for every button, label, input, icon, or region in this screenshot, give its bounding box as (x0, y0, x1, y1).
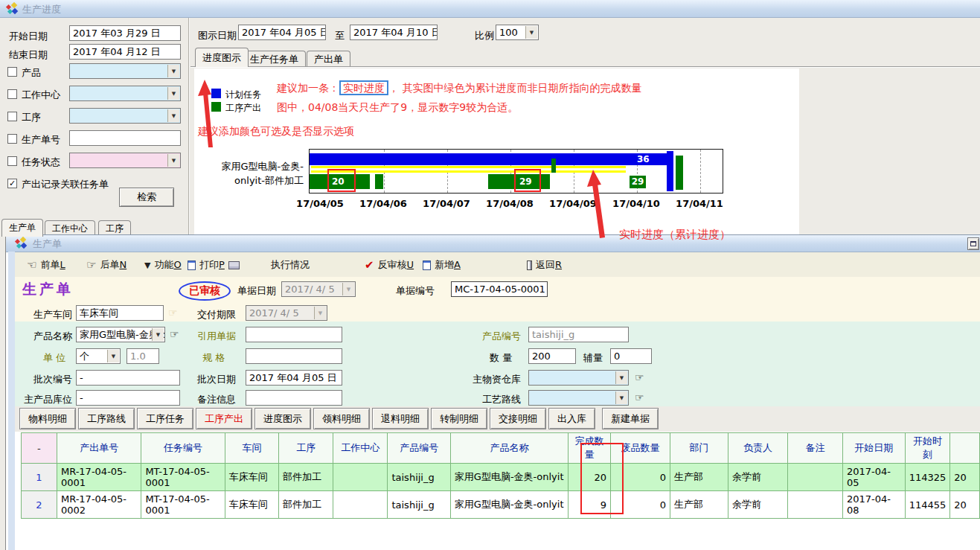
workshop-lookup-hand-icon[interactable]: ☞ (168, 307, 178, 319)
cell-product-code[interactable]: taishiji_g (388, 491, 450, 519)
remark-input[interactable] (246, 390, 342, 406)
cell-process[interactable]: 部件加工 (279, 491, 333, 519)
start-date-input[interactable]: 2017 年03 月29 日 (69, 25, 181, 41)
product-name-dropdown[interactable]: 家用G型电脑-金奥-only▼ (76, 327, 165, 342)
workshop-input[interactable]: 车床车间 (76, 305, 164, 321)
chevron-down-icon[interactable]: ▼ (152, 328, 164, 341)
tab-process-task[interactable]: 工序任务 (137, 408, 193, 429)
chevron-down-icon[interactable]: ▼ (167, 87, 179, 100)
doc-date-dropdown[interactable]: 2017/ 4/ 5▼ (281, 281, 356, 297)
workcenter-dropdown[interactable]: ▼ (69, 86, 181, 101)
cell-dept[interactable]: 生产部 (670, 464, 728, 491)
cell-process[interactable]: 部件加工 (279, 464, 333, 491)
tab-picking-detail[interactable]: 领料明细 (313, 408, 370, 429)
ref-doc-input[interactable] (246, 327, 342, 342)
cell-output-no[interactable]: MR-17-04-05-0002 (57, 491, 141, 519)
chevron-down-icon[interactable]: ▼ (615, 371, 627, 384)
chevron-down-icon[interactable]: ▼ (107, 350, 119, 362)
tab-transfer-detail[interactable]: 转制明细 (431, 408, 487, 429)
left-tab-production-order[interactable]: 生产单 (1, 219, 43, 237)
function-button[interactable]: ▼功能O (144, 258, 182, 272)
order-no-input[interactable] (69, 130, 181, 146)
task-status-checkbox[interactable] (7, 156, 17, 166)
product-code-input[interactable]: taishiji_g (528, 327, 629, 342)
product-dropdown[interactable]: ▼ (69, 63, 181, 79)
end-date-input[interactable]: 2017 年04 月12 日 (69, 44, 181, 60)
batch-no-input[interactable]: - (76, 370, 180, 386)
route-dropdown[interactable]: ▼ (528, 390, 629, 406)
cell-remark[interactable] (787, 464, 842, 491)
cell-output-no[interactable]: MR-17-04-05-0001 (57, 464, 141, 491)
chevron-down-icon[interactable]: ▼ (615, 391, 627, 404)
tab-handover-detail[interactable]: 交接明细 (490, 408, 546, 429)
cell-task-no[interactable]: MT-17-04-05-0001 (141, 464, 225, 491)
tab-new-doc[interactable]: 新建单据 (602, 408, 659, 429)
unit-dropdown[interactable]: 个▼ (76, 348, 121, 364)
cell-extra[interactable]: 20 (950, 491, 980, 519)
route-lookup-hand-icon[interactable]: ☞ (635, 391, 644, 403)
cell-dept[interactable]: 生产部 (670, 491, 728, 519)
tab-return-detail[interactable]: 退料明细 (372, 408, 429, 429)
cell-start-date[interactable]: 2017-04-05 (842, 464, 905, 491)
task-status-dropdown[interactable]: ▼ (69, 153, 181, 168)
chevron-down-icon[interactable]: ▼ (167, 109, 179, 122)
tab-process-route[interactable]: 工序路线 (78, 408, 135, 429)
cell-owner[interactable]: 余学前 (728, 464, 787, 491)
restore-button[interactable] (967, 237, 979, 250)
spec-input[interactable] (246, 348, 342, 364)
tab-material-detail[interactable]: 物料明细 (19, 408, 76, 429)
deadline-dropdown[interactable]: 2017/ 4/ 5▼ (246, 305, 327, 321)
batch-date-input[interactable]: 2017 年04 月05 日 (246, 370, 342, 386)
cell-owner[interactable]: 余学前 (728, 491, 787, 519)
prev-doc-button[interactable]: ☜前单L (27, 258, 65, 272)
add-new-button[interactable]: 新增A (423, 258, 461, 272)
cell-product-name[interactable]: 家用G型电脑-金奥-onlyit (450, 491, 568, 519)
chevron-down-icon[interactable]: ▼ (167, 154, 179, 167)
cell-workshop[interactable]: 车床车间 (225, 491, 278, 519)
tab-output-order[interactable]: 产出单 (307, 51, 350, 67)
linked-task-checkbox[interactable]: ✓ (7, 179, 17, 188)
cell-workcenter[interactable] (333, 491, 388, 519)
scale-dropdown[interactable]: 100▼ (496, 25, 539, 40)
chevron-down-icon[interactable]: ▼ (525, 26, 537, 39)
print-button[interactable]: 打印P (188, 258, 240, 272)
cell-index[interactable]: 1 (22, 464, 57, 491)
chevron-down-icon[interactable]: ▼ (167, 65, 179, 77)
cell-task-no[interactable]: MT-17-04-05-0001 (141, 491, 225, 519)
next-doc-button[interactable]: ☞后单N (86, 258, 126, 272)
cell-product-code[interactable]: taishiji_g (388, 464, 450, 491)
tab-process-output[interactable]: 工序产出 (196, 408, 252, 429)
cell-workshop[interactable]: 车床车间 (225, 464, 278, 491)
main-product-loc-input[interactable]: - (76, 390, 180, 406)
chart-date-from-input[interactable]: 2017 年04 月05 日 (238, 25, 326, 40)
return-button[interactable]: 返回R (527, 258, 562, 272)
qty-input[interactable]: 200 (528, 348, 576, 364)
tab-in-out-store[interactable]: 出入库 (548, 408, 595, 429)
process-checkbox[interactable] (7, 112, 17, 121)
tab-production-task[interactable]: 生产任务单 (243, 51, 306, 67)
cell-extra[interactable]: 20 (950, 464, 980, 491)
unit-factor-input[interactable]: 1.0 (126, 348, 159, 364)
cell-index[interactable]: 2 (22, 491, 57, 519)
cell-workcenter[interactable] (333, 464, 388, 491)
product-checkbox[interactable] (7, 67, 17, 77)
order-no-checkbox[interactable] (7, 134, 17, 144)
tab-progress-chart[interactable]: 进度图示 (254, 408, 311, 429)
cell-start-date[interactable]: 2017-04-08 (842, 491, 905, 519)
cell-product-name[interactable]: 家用G型电脑-金奥-onlyit (450, 464, 568, 491)
product-lookup-hand-icon[interactable]: ☞ (170, 328, 179, 340)
printer-icon[interactable] (228, 261, 240, 269)
cell-start-time[interactable]: 114325 (905, 464, 950, 491)
doc-no-input[interactable]: MC-17-04-05-0001 (451, 281, 548, 297)
aux-qty-input[interactable]: 0 (610, 348, 652, 364)
workcenter-checkbox[interactable] (7, 89, 17, 99)
search-button[interactable]: 检索 (119, 188, 174, 207)
cell-remark[interactable] (787, 491, 842, 519)
warehouse-lookup-hand-icon[interactable]: ☞ (635, 371, 644, 383)
unaudit-button[interactable]: ✔反审核U (365, 258, 414, 272)
chart-date-to-input[interactable]: 2017 年04 月10 日 (350, 25, 438, 40)
cell-start-time[interactable]: 114455 (905, 491, 950, 519)
main-warehouse-dropdown[interactable]: ▼ (528, 370, 629, 386)
execution-status-button[interactable]: 执行情况 (271, 258, 310, 272)
tab-progress-chart[interactable]: 进度图示 (195, 48, 249, 67)
